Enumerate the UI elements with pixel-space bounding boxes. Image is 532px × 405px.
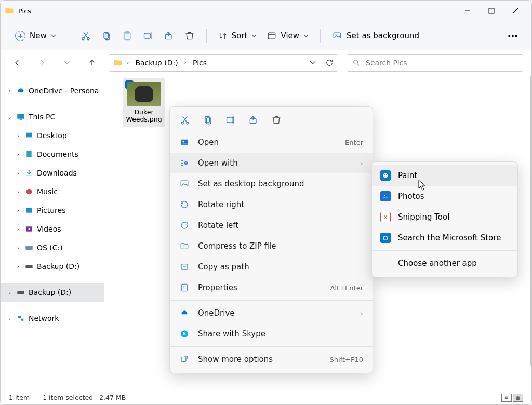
delete-button[interactable] bbox=[179, 25, 200, 46]
address-dropdown[interactable] bbox=[310, 60, 316, 66]
ctx-cut-icon[interactable] bbox=[179, 114, 191, 126]
svg-point-58 bbox=[384, 174, 385, 175]
sidebar-item-backup-selected[interactable]: ›Backup (D:) bbox=[1, 283, 104, 302]
close-button[interactable] bbox=[503, 3, 527, 19]
ctx-open[interactable]: Open Enter bbox=[170, 132, 373, 153]
breadcrumb-segment[interactable]: Backup (D:) bbox=[133, 58, 180, 68]
folder-icon bbox=[113, 58, 123, 68]
svg-point-33 bbox=[187, 122, 189, 124]
more-toolbar-button[interactable]: ⋯ bbox=[502, 25, 523, 46]
ctx-delete-icon[interactable] bbox=[271, 114, 282, 126]
sidebar-item-music[interactable]: ›Music bbox=[1, 182, 104, 201]
search-icon bbox=[352, 59, 361, 67]
sidebar-item-videos[interactable]: ›Videos bbox=[1, 220, 104, 238]
titlebar: Pics bbox=[1, 1, 531, 21]
breadcrumb-segment[interactable]: Pics bbox=[191, 58, 209, 68]
svg-rect-35 bbox=[207, 118, 211, 124]
svg-rect-30 bbox=[18, 316, 21, 318]
chevron-down-icon bbox=[51, 33, 56, 38]
ctx-rotate-right[interactable]: Rotate right bbox=[170, 194, 373, 215]
refresh-button[interactable] bbox=[325, 59, 334, 67]
ctx-copy-icon[interactable] bbox=[202, 114, 214, 126]
sidebar-item-osc[interactable]: ›OS (C:) bbox=[1, 238, 104, 257]
svg-point-53 bbox=[183, 289, 184, 290]
svg-point-4 bbox=[82, 37, 84, 39]
details-view-button[interactable]: ≡ bbox=[501, 394, 512, 402]
ctx-properties[interactable]: Properties Alt+Enter bbox=[170, 277, 373, 298]
sidebar-item-backupd[interactable]: ›Backup (D:) bbox=[1, 257, 104, 276]
ctx-open-with[interactable]: Open with › bbox=[170, 153, 373, 173]
cut-button[interactable] bbox=[75, 25, 96, 46]
submenu-snipping[interactable]: Snipping Tool bbox=[372, 207, 517, 227]
svg-rect-10 bbox=[144, 33, 150, 38]
set-background-button[interactable]: Set as background bbox=[327, 28, 424, 44]
up-button[interactable] bbox=[84, 55, 100, 71]
svg-rect-1 bbox=[489, 8, 494, 14]
ctx-share-icon[interactable] bbox=[248, 114, 259, 126]
svg-point-17 bbox=[354, 60, 358, 64]
sidebar-item-desktop[interactable]: ›Desktop bbox=[1, 126, 104, 145]
svg-rect-27 bbox=[25, 246, 32, 247]
rename-button[interactable] bbox=[138, 25, 158, 46]
sidebar-item-pictures[interactable]: ›Pictures bbox=[1, 201, 104, 220]
view-toggle: ≡ ▦ bbox=[501, 394, 523, 402]
sort-icon bbox=[218, 31, 228, 40]
svg-point-41 bbox=[181, 160, 183, 161]
svg-point-23 bbox=[26, 189, 32, 195]
ctx-show-more[interactable]: Show more options Shift+F10 bbox=[170, 349, 373, 370]
paste-button[interactable] bbox=[117, 25, 138, 46]
svg-text:S: S bbox=[183, 331, 186, 336]
sidebar: › OneDrive - Persona ⌄ This PC ›Desktop … bbox=[1, 75, 104, 390]
share-button[interactable] bbox=[158, 25, 179, 46]
sidebar-item-thispc[interactable]: ⌄ This PC bbox=[1, 107, 104, 126]
svg-rect-22 bbox=[26, 151, 31, 157]
ctx-onedrive[interactable]: OneDrive › bbox=[170, 303, 373, 323]
thumbnails-view-button[interactable]: ▦ bbox=[513, 394, 523, 402]
ctx-rotate-left[interactable]: Rotate left bbox=[170, 215, 373, 236]
copy-button[interactable] bbox=[96, 25, 117, 46]
sidebar-item-network[interactable]: ›Network bbox=[1, 309, 104, 328]
maximize-button[interactable] bbox=[480, 3, 503, 19]
ctx-share-skype[interactable]: S Share with Skype bbox=[170, 323, 373, 344]
pc-icon bbox=[16, 112, 25, 122]
store-icon bbox=[380, 233, 391, 243]
status-selected: 1 item selected bbox=[43, 394, 93, 401]
status-item-count: 1 item bbox=[9, 394, 30, 401]
back-button[interactable] bbox=[9, 55, 25, 71]
svg-rect-36 bbox=[227, 117, 233, 123]
file-name: Duker Weeds.png bbox=[123, 109, 165, 124]
photos-icon bbox=[380, 191, 391, 201]
recent-dropdown[interactable] bbox=[59, 55, 75, 71]
ctx-set-desktop-bg[interactable]: Set as desktop background bbox=[170, 173, 373, 194]
svg-rect-29 bbox=[17, 291, 24, 294]
submenu-paint[interactable]: Paint bbox=[372, 165, 517, 186]
file-thumbnail[interactable]: ✓ Duker Weeds.png bbox=[123, 78, 165, 127]
sidebar-item-onedrive[interactable]: › OneDrive - Persona bbox=[1, 82, 104, 100]
plus-icon: + bbox=[15, 31, 25, 41]
sidebar-item-downloads[interactable]: ›Downloads bbox=[1, 164, 104, 182]
svg-point-43 bbox=[181, 165, 183, 166]
sort-button[interactable]: Sort bbox=[213, 28, 262, 44]
submenu-choose-another[interactable]: Choose another app bbox=[372, 253, 517, 274]
folder-icon bbox=[5, 6, 14, 16]
svg-point-42 bbox=[181, 163, 183, 164]
minimize-button[interactable] bbox=[456, 3, 480, 19]
snipping-icon bbox=[380, 212, 391, 222]
ctx-rename-icon[interactable] bbox=[225, 114, 236, 126]
new-button[interactable]: + New bbox=[9, 28, 62, 44]
svg-point-60 bbox=[384, 176, 385, 177]
svg-rect-21 bbox=[26, 133, 32, 138]
view-button[interactable]: View bbox=[262, 28, 314, 44]
svg-point-5 bbox=[87, 37, 89, 39]
thumbnail-image bbox=[127, 82, 161, 106]
forward-button[interactable] bbox=[34, 55, 50, 71]
search-box[interactable]: Search Pics bbox=[347, 54, 523, 72]
address-bar[interactable]: › Backup (D:) › Pics bbox=[109, 54, 338, 72]
svg-rect-34 bbox=[205, 116, 209, 123]
svg-rect-28 bbox=[25, 265, 32, 268]
submenu-photos[interactable]: Photos bbox=[372, 186, 517, 207]
ctx-copy-path[interactable]: Copy as path bbox=[170, 256, 373, 277]
submenu-msstore[interactable]: Search the Microsoft Store bbox=[372, 227, 517, 248]
sidebar-item-documents[interactable]: ›Documents bbox=[1, 145, 104, 164]
ctx-compress-zip[interactable]: Compress to ZIP file bbox=[170, 236, 373, 256]
